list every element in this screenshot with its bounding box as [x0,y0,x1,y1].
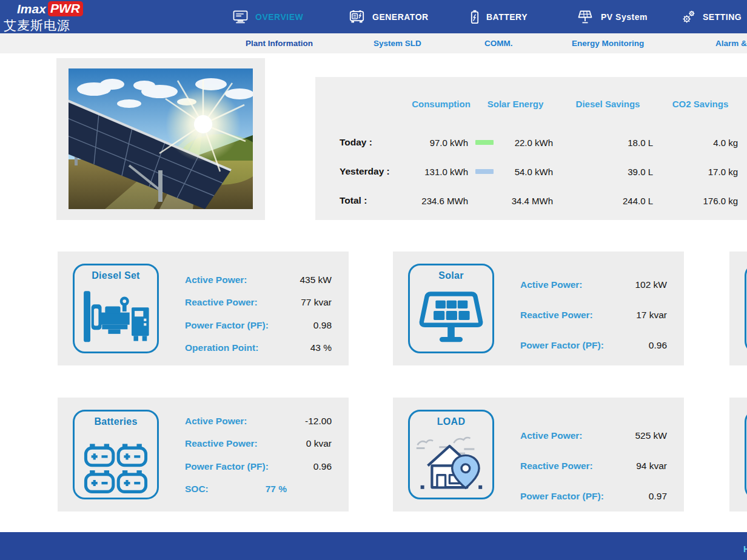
stat-value: 17.0 kg [658,167,743,177]
nav-label-setting: SETTING [703,12,742,22]
energy-stats-table: Consumption Solar Energy Diesel Savings … [340,99,743,215]
energy-stats-panel: Consumption Solar Energy Diesel Savings … [315,77,747,220]
stat-label: Active Power: [520,430,583,441]
stat-value: 34.4 MWh [473,196,558,206]
battery-icon [471,10,479,24]
partial-iconbox [745,264,747,353]
diesel-set-iconbox: Diesel Set [73,264,159,353]
stat-label: Power Factor (PF): [185,320,269,331]
gears-icon [682,10,695,24]
footer-bar: H [0,532,747,560]
nav-item-overview[interactable]: OVERVIEW [233,0,303,33]
subnav-item-energy-monitoring[interactable]: Energy Monitoring [572,33,644,53]
soc-value: 77 % [266,484,287,495]
brand-imax: Imax [17,2,46,16]
subnav-item-plant-information[interactable]: Plant Information [246,33,313,53]
batteries-stats: Active Power:-12.00 Reactive Power:0 kva… [185,398,332,501]
stat-label: Power Factor (PF): [520,491,604,502]
pv-panel-icon [577,10,594,24]
nav-label-overview: OVERVIEW [255,12,303,22]
nav-item-battery[interactable]: BATTERY [471,0,528,33]
col-header-solar-energy: Solar Energy [473,99,558,117]
stat-value: 77 kvar [301,297,332,308]
brand-pwr-badge: PWR [48,1,83,16]
nav-label-pv-system: PV System [601,12,648,22]
col-header-co2-savings: CO2 Savings [658,99,743,117]
stat-value: 176.0 kg [658,196,743,206]
solar-field-photo [69,68,253,209]
subnav-item-system-sld[interactable]: System SLD [373,33,421,53]
stat-label: SOC: [185,484,209,495]
generator-icon [349,10,365,24]
stat-value: -12.00 [305,416,332,427]
stat-label: Reactive Power: [520,310,593,321]
col-header-consumption: Consumption [409,99,473,117]
nav-label-battery: BATTERY [486,12,528,22]
stat-label: Reactive Power: [185,297,258,308]
stat-value: 43 % [310,342,332,353]
batteries-card: Batteries [58,398,349,512]
load-stats: Active Power:525 kW Reactive Power:94 kv… [520,398,667,512]
row-label-today: Today : [340,137,409,148]
stat-value: 0.96 [313,461,332,472]
monitor-icon [233,10,248,24]
card-title-diesel-set: Diesel Set [75,270,157,281]
sub-nav-bar: Plant Information System SLD COMM. Energ… [0,33,747,53]
stat-value: 0.97 [649,491,667,502]
stat-label: Active Power: [520,279,583,290]
stat-label: Active Power: [185,416,247,427]
stat-value: 4.0 kg [658,138,743,148]
diesel-set-card: Diesel Set [58,252,349,365]
batteries-iconbox: Batteries [73,410,159,499]
stat-value: 94 kvar [636,461,667,472]
solar-card: Solar Active Power:102 kW Reactive Power… [393,252,684,365]
top-nav-bar: Imax PWR 艾麦斯电源 OVERVIEW [0,0,747,33]
brand-subtitle: 艾麦斯电源 [4,17,83,34]
stat-value: 39.0 L [558,167,658,177]
stat-value: 0.96 [649,340,667,351]
nav-item-pv-system[interactable]: PV System [577,0,648,33]
load-card: LOAD [393,398,684,512]
stat-value: 234.6 MWh [409,196,473,206]
stat-value: 54.0 kWh [473,167,558,177]
brand-logo: Imax PWR 艾麦斯电源 [4,1,83,34]
stat-value: 22.0 kWh [473,138,558,148]
card-title-load: LOAD [410,416,492,427]
col-header-diesel-savings: Diesel Savings [558,99,658,117]
diesel-set-stats: Active Power:435 kW Reactive Power:77 kv… [185,252,332,359]
partial-card-row2 [729,398,747,512]
stat-value: 435 kW [300,275,332,285]
stat-label: Reactive Power: [185,438,258,449]
nav-item-setting[interactable]: SETTING [682,0,742,33]
stat-value: 525 kW [635,430,667,441]
partial-iconbox [745,410,747,499]
partial-card-row1 [729,252,747,365]
stat-label: Power Factor (PF): [185,461,269,472]
stat-value: 0.98 [313,320,332,331]
subnav-item-comm[interactable]: COMM. [484,33,513,53]
solar-stats: Active Power:102 kW Reactive Power:17 kv… [520,252,667,361]
stat-value: 0 kvar [306,438,332,449]
load-iconbox: LOAD [408,410,494,499]
stat-value: 244.0 L [558,196,658,206]
stat-label: Reactive Power: [520,461,593,472]
stat-value: 131.0 kWh [409,167,473,177]
subnav-item-alarm[interactable]: Alarm & E [715,33,747,53]
card-title-batteries: Batteries [75,416,157,427]
dashboard-page: Imax PWR 艾麦斯电源 OVERVIEW [0,0,747,560]
stat-value: 97.0 kWh [409,138,473,148]
nav-label-generator: GENERATOR [372,12,429,22]
stat-value: 17 kvar [636,310,667,321]
solar-iconbox: Solar [408,264,494,353]
plant-photo-card [56,58,265,220]
stat-label: Operation Point: [185,342,258,353]
card-title-solar: Solar [410,270,492,281]
stat-value: 18.0 L [558,138,658,148]
footer-partial-text: H [743,544,747,554]
stat-value: 102 kW [635,279,667,290]
nav-item-generator[interactable]: GENERATOR [349,0,429,33]
stat-label: Active Power: [185,275,247,285]
stat-label: Power Factor (PF): [520,340,604,351]
row-label-total: Total : [340,195,409,206]
row-label-yesterday: Yesterday : [340,166,409,177]
